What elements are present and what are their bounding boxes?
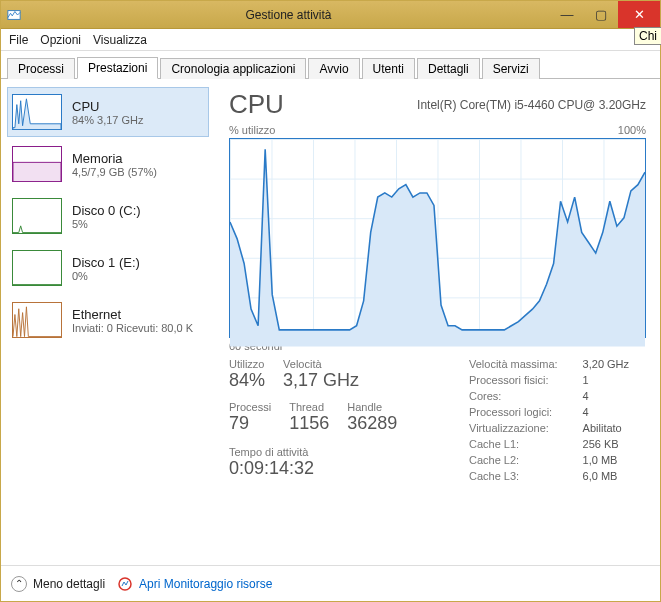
chart-top-labels: % utilizzo 100% [229, 124, 646, 136]
cpu-usage-chart[interactable] [229, 138, 646, 338]
sidebar-d0-label: Disco 0 (C:) 5% [72, 198, 141, 234]
tab-avvio[interactable]: Avvio [308, 58, 359, 79]
l1-key: Cache L1: [469, 438, 575, 450]
l3-key: Cache L3: [469, 470, 575, 482]
virt-val: Abilitato [583, 422, 646, 434]
titlebar[interactable]: Gestione attività — ▢ ✕ [1, 1, 660, 29]
stats-left: Utilizzo 84% Velocità 3,17 GHz Processi … [229, 358, 469, 482]
physproc-key: Processori fisici: [469, 374, 575, 386]
logical-val: 4 [583, 406, 646, 418]
l2-key: Cache L2: [469, 454, 575, 466]
maximize-button[interactable]: ▢ [584, 1, 618, 28]
max-label: 100% [618, 124, 646, 136]
sidebar-d1-label: Disco 1 (E:) 0% [72, 250, 140, 286]
close-tooltip: Chi [634, 27, 661, 45]
app-icon [7, 8, 21, 22]
sidebar-cpu-sub: 84% 3,17 GHz [72, 114, 144, 126]
memory-thumbnail-icon [12, 146, 62, 182]
sidebar-cpu-label: CPU 84% 3,17 GHz [72, 94, 144, 130]
cpu-thumbnail-icon [12, 94, 62, 130]
main-title: CPU [229, 89, 284, 120]
sidebar-d0-sub: 5% [72, 218, 141, 230]
disk1-thumbnail-icon [12, 250, 62, 286]
tab-row: Processi Prestazioni Cronologia applicaz… [1, 51, 660, 79]
tab-prestazioni[interactable]: Prestazioni [77, 57, 158, 79]
uptime-label: Tempo di attività [229, 446, 469, 458]
ethernet-thumbnail-icon [12, 302, 62, 338]
speed-stat-label: Velocità [283, 358, 359, 370]
sidebar-mem-sub: 4,5/7,9 GB (57%) [72, 166, 157, 178]
sidebar-item-memoria[interactable]: Memoria 4,5/7,9 GB (57%) [7, 139, 209, 189]
cpu-model: Intel(R) Core(TM) i5-4460 CPU@ 3.20GHz [417, 98, 646, 112]
open-resmon-link[interactable]: Apri Monitoraggio risorse [117, 576, 272, 592]
l3-val: 6,0 MB [583, 470, 646, 482]
maxspeed-val: 3,20 GHz [583, 358, 646, 370]
fewer-details-label: Meno dettagli [33, 577, 105, 591]
tab-processi[interactable]: Processi [7, 58, 75, 79]
close-button[interactable]: ✕ [618, 1, 660, 28]
speed-stat-value: 3,17 GHz [283, 370, 359, 391]
stats-right: Velocità massima:3,20 GHz Processori fis… [469, 358, 646, 482]
physproc-val: 1 [583, 374, 646, 386]
tab-servizi[interactable]: Servizi [482, 58, 540, 79]
sidebar-item-disco1[interactable]: Disco 1 (E:) 0% [7, 243, 209, 293]
logical-key: Processori logici: [469, 406, 575, 418]
stats-row: Utilizzo 84% Velocità 3,17 GHz Processi … [229, 358, 646, 482]
content-area: CPU 84% 3,17 GHz Memoria 4,5/7,9 GB (57%… [1, 79, 660, 559]
tab-dettagli[interactable]: Dettagli [417, 58, 480, 79]
maxspeed-key: Velocità massima: [469, 358, 575, 370]
sidebar-cpu-title: CPU [72, 99, 144, 114]
sidebar-eth-sub: Inviati: 0 Ricevuti: 80,0 K [72, 322, 193, 334]
sidebar-item-ethernet[interactable]: Ethernet Inviati: 0 Ricevuti: 80,0 K [7, 295, 209, 345]
chevron-up-icon: ⌃ [11, 576, 27, 592]
resmon-icon [117, 576, 133, 592]
sidebar-mem-label: Memoria 4,5/7,9 GB (57%) [72, 146, 157, 182]
fewer-details-button[interactable]: ⌃ Meno dettagli [11, 576, 105, 592]
menubar: File Opzioni Visualizza [1, 29, 660, 51]
menu-file[interactable]: File [9, 33, 28, 47]
titlebar-buttons: — ▢ ✕ [550, 1, 660, 28]
footer: ⌃ Meno dettagli Apri Monitoraggio risors… [1, 565, 660, 601]
open-resmon-label: Apri Monitoraggio risorse [139, 577, 272, 591]
window-title: Gestione attività [27, 8, 550, 22]
uptime-value: 0:09:14:32 [229, 458, 469, 479]
sidebar-eth-title: Ethernet [72, 307, 193, 322]
main-panel: CPU Intel(R) Core(TM) i5-4460 CPU@ 3.20G… [215, 79, 660, 559]
handle-stat-label: Handle [347, 401, 397, 413]
minimize-button[interactable]: — [550, 1, 584, 28]
util-stat-value: 84% [229, 370, 265, 391]
window-root: Gestione attività — ▢ ✕ Chi File Opzioni… [0, 0, 661, 602]
sidebar-d0-title: Disco 0 (C:) [72, 203, 141, 218]
sidebar-item-cpu[interactable]: CPU 84% 3,17 GHz [7, 87, 209, 137]
tab-cronologia[interactable]: Cronologia applicazioni [160, 58, 306, 79]
sidebar-item-disco0[interactable]: Disco 0 (C:) 5% [7, 191, 209, 241]
proc-stat-label: Processi [229, 401, 271, 413]
cores-key: Cores: [469, 390, 575, 402]
sidebar-eth-label: Ethernet Inviati: 0 Ricevuti: 80,0 K [72, 302, 193, 338]
svg-rect-1 [13, 162, 61, 181]
chart-line [230, 139, 645, 347]
sidebar-d1-sub: 0% [72, 270, 140, 282]
virt-key: Virtualizzazione: [469, 422, 575, 434]
disk0-thumbnail-icon [12, 198, 62, 234]
thread-stat-label: Thread [289, 401, 329, 413]
handle-stat-value: 36289 [347, 413, 397, 434]
l2-val: 1,0 MB [583, 454, 646, 466]
cores-val: 4 [583, 390, 646, 402]
menu-options[interactable]: Opzioni [40, 33, 81, 47]
sidebar-mem-title: Memoria [72, 151, 157, 166]
l1-val: 256 KB [583, 438, 646, 450]
proc-stat-value: 79 [229, 413, 271, 434]
util-label: % utilizzo [229, 124, 275, 136]
tab-utenti[interactable]: Utenti [362, 58, 415, 79]
util-stat-label: Utilizzo [229, 358, 265, 370]
sidebar-d1-title: Disco 1 (E:) [72, 255, 140, 270]
sidebar: CPU 84% 3,17 GHz Memoria 4,5/7,9 GB (57%… [1, 79, 215, 559]
main-header: CPU Intel(R) Core(TM) i5-4460 CPU@ 3.20G… [229, 89, 646, 120]
menu-view[interactable]: Visualizza [93, 33, 147, 47]
thread-stat-value: 1156 [289, 413, 329, 434]
